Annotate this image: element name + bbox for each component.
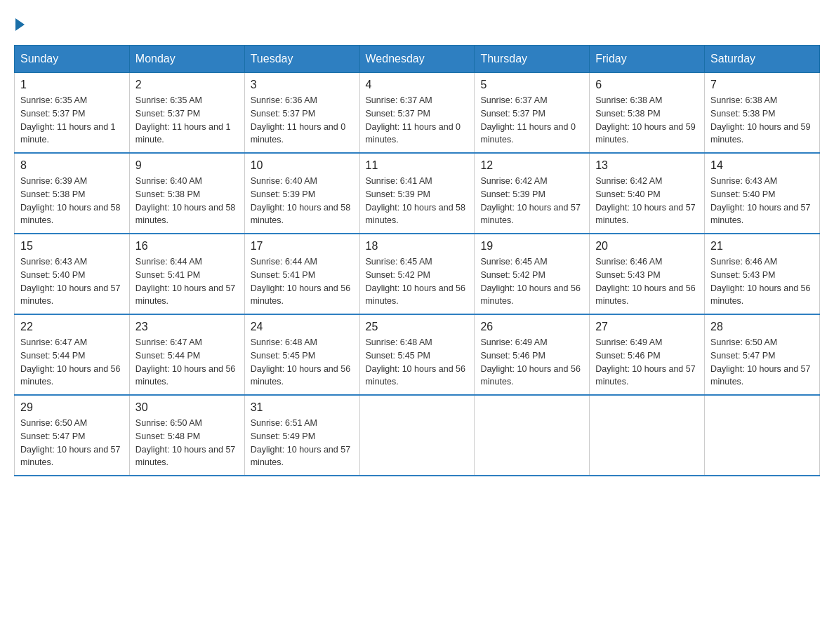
day-cell: 1Sunrise: 6:35 AMSunset: 5:37 PMDaylight… — [15, 73, 130, 154]
day-info: Sunrise: 6:39 AMSunset: 5:38 PMDaylight:… — [20, 175, 124, 227]
logo — [14, 14, 25, 31]
day-cell — [590, 395, 705, 476]
week-row-4: 22Sunrise: 6:47 AMSunset: 5:44 PMDayligh… — [15, 314, 820, 395]
day-info: Sunrise: 6:51 AMSunset: 5:49 PMDaylight:… — [251, 417, 354, 469]
day-cell: 17Sunrise: 6:44 AMSunset: 5:41 PMDayligh… — [244, 234, 359, 314]
day-number: 16 — [135, 240, 239, 253]
day-number: 28 — [710, 321, 814, 333]
day-info: Sunrise: 6:40 AMSunset: 5:38 PMDaylight:… — [135, 175, 239, 227]
week-row-3: 15Sunrise: 6:43 AMSunset: 5:40 PMDayligh… — [15, 234, 820, 314]
day-cell: 19Sunrise: 6:45 AMSunset: 5:42 PMDayligh… — [475, 234, 590, 314]
week-row-1: 1Sunrise: 6:35 AMSunset: 5:37 PMDaylight… — [15, 73, 820, 154]
day-cell: 16Sunrise: 6:44 AMSunset: 5:41 PMDayligh… — [129, 234, 244, 314]
day-info: Sunrise: 6:41 AMSunset: 5:39 PMDaylight:… — [366, 175, 469, 227]
header-cell-monday: Monday — [129, 46, 244, 73]
day-number: 5 — [480, 79, 583, 91]
day-number: 11 — [366, 159, 469, 172]
day-info: Sunrise: 6:44 AMSunset: 5:41 PMDaylight:… — [251, 255, 354, 308]
day-info: Sunrise: 6:50 AMSunset: 5:47 PMDaylight:… — [20, 417, 124, 469]
day-info: Sunrise: 6:47 AMSunset: 5:44 PMDaylight:… — [20, 336, 124, 389]
day-cell: 28Sunrise: 6:50 AMSunset: 5:47 PMDayligh… — [705, 314, 820, 395]
calendar-body: 1Sunrise: 6:35 AMSunset: 5:37 PMDaylight… — [15, 73, 820, 476]
day-cell: 6Sunrise: 6:38 AMSunset: 5:38 PMDaylight… — [590, 73, 705, 154]
day-cell: 4Sunrise: 6:37 AMSunset: 5:37 PMDaylight… — [359, 73, 475, 154]
day-info: Sunrise: 6:49 AMSunset: 5:46 PMDaylight:… — [595, 336, 699, 389]
day-info: Sunrise: 6:37 AMSunset: 5:37 PMDaylight:… — [366, 94, 469, 147]
day-number: 20 — [595, 240, 699, 253]
day-number: 14 — [710, 159, 814, 172]
header-cell-tuesday: Tuesday — [244, 46, 359, 73]
day-number: 15 — [20, 240, 124, 253]
day-info: Sunrise: 6:49 AMSunset: 5:46 PMDaylight:… — [480, 336, 583, 389]
day-number: 3 — [251, 79, 354, 91]
day-number: 7 — [710, 79, 814, 91]
day-info: Sunrise: 6:45 AMSunset: 5:42 PMDaylight:… — [480, 255, 583, 308]
day-cell: 22Sunrise: 6:47 AMSunset: 5:44 PMDayligh… — [15, 314, 130, 395]
day-cell: 18Sunrise: 6:45 AMSunset: 5:42 PMDayligh… — [359, 234, 475, 314]
day-info: Sunrise: 6:50 AMSunset: 5:47 PMDaylight:… — [710, 336, 814, 389]
day-info: Sunrise: 6:38 AMSunset: 5:38 PMDaylight:… — [595, 94, 699, 147]
day-info: Sunrise: 6:44 AMSunset: 5:41 PMDaylight:… — [135, 255, 239, 308]
day-cell: 21Sunrise: 6:46 AMSunset: 5:43 PMDayligh… — [705, 234, 820, 314]
day-cell: 26Sunrise: 6:49 AMSunset: 5:46 PMDayligh… — [475, 314, 590, 395]
day-info: Sunrise: 6:47 AMSunset: 5:44 PMDaylight:… — [135, 336, 239, 389]
day-info: Sunrise: 6:35 AMSunset: 5:37 PMDaylight:… — [20, 94, 124, 147]
day-cell: 20Sunrise: 6:46 AMSunset: 5:43 PMDayligh… — [590, 234, 705, 314]
day-info: Sunrise: 6:38 AMSunset: 5:38 PMDaylight:… — [710, 94, 814, 147]
day-info: Sunrise: 6:43 AMSunset: 5:40 PMDaylight:… — [20, 255, 124, 308]
day-cell — [359, 395, 475, 476]
day-number: 21 — [710, 240, 814, 253]
day-cell: 27Sunrise: 6:49 AMSunset: 5:46 PMDayligh… — [590, 314, 705, 395]
day-number: 31 — [251, 401, 354, 414]
day-cell: 23Sunrise: 6:47 AMSunset: 5:44 PMDayligh… — [129, 314, 244, 395]
day-cell: 31Sunrise: 6:51 AMSunset: 5:49 PMDayligh… — [244, 395, 359, 476]
header-cell-saturday: Saturday — [705, 46, 820, 73]
day-number: 24 — [251, 321, 354, 333]
day-number: 29 — [20, 401, 124, 414]
day-cell: 5Sunrise: 6:37 AMSunset: 5:37 PMDaylight… — [475, 73, 590, 154]
day-number: 13 — [595, 159, 699, 172]
day-cell: 3Sunrise: 6:36 AMSunset: 5:37 PMDaylight… — [244, 73, 359, 154]
day-cell: 7Sunrise: 6:38 AMSunset: 5:38 PMDaylight… — [705, 73, 820, 154]
day-cell: 30Sunrise: 6:50 AMSunset: 5:48 PMDayligh… — [129, 395, 244, 476]
day-info: Sunrise: 6:42 AMSunset: 5:40 PMDaylight:… — [595, 175, 699, 227]
week-row-2: 8Sunrise: 6:39 AMSunset: 5:38 PMDaylight… — [15, 153, 820, 234]
header-cell-thursday: Thursday — [475, 46, 590, 73]
day-number: 10 — [251, 159, 354, 172]
day-number: 30 — [135, 401, 239, 414]
day-cell: 8Sunrise: 6:39 AMSunset: 5:38 PMDaylight… — [15, 153, 130, 234]
day-info: Sunrise: 6:46 AMSunset: 5:43 PMDaylight:… — [595, 255, 699, 308]
day-number: 26 — [480, 321, 583, 333]
day-number: 18 — [366, 240, 469, 253]
day-cell: 15Sunrise: 6:43 AMSunset: 5:40 PMDayligh… — [15, 234, 130, 314]
week-row-5: 29Sunrise: 6:50 AMSunset: 5:47 PMDayligh… — [15, 395, 820, 476]
header-cell-sunday: Sunday — [15, 46, 130, 73]
day-number: 2 — [135, 79, 239, 91]
day-info: Sunrise: 6:42 AMSunset: 5:39 PMDaylight:… — [480, 175, 583, 227]
day-cell: 14Sunrise: 6:43 AMSunset: 5:40 PMDayligh… — [705, 153, 820, 234]
day-info: Sunrise: 6:48 AMSunset: 5:45 PMDaylight:… — [366, 336, 469, 389]
day-number: 8 — [20, 159, 124, 172]
day-cell: 13Sunrise: 6:42 AMSunset: 5:40 PMDayligh… — [590, 153, 705, 234]
day-cell: 29Sunrise: 6:50 AMSunset: 5:47 PMDayligh… — [15, 395, 130, 476]
day-number: 9 — [135, 159, 239, 172]
day-cell — [475, 395, 590, 476]
page-header — [14, 14, 820, 31]
calendar-header: SundayMondayTuesdayWednesdayThursdayFrid… — [15, 46, 820, 73]
day-cell: 11Sunrise: 6:41 AMSunset: 5:39 PMDayligh… — [359, 153, 475, 234]
day-cell: 9Sunrise: 6:40 AMSunset: 5:38 PMDaylight… — [129, 153, 244, 234]
header-cell-wednesday: Wednesday — [359, 46, 475, 73]
day-number: 27 — [595, 321, 699, 333]
day-cell: 10Sunrise: 6:40 AMSunset: 5:39 PMDayligh… — [244, 153, 359, 234]
day-info: Sunrise: 6:37 AMSunset: 5:37 PMDaylight:… — [480, 94, 583, 147]
day-info: Sunrise: 6:45 AMSunset: 5:42 PMDaylight:… — [366, 255, 469, 308]
day-number: 19 — [480, 240, 583, 253]
day-cell: 25Sunrise: 6:48 AMSunset: 5:45 PMDayligh… — [359, 314, 475, 395]
day-number: 12 — [480, 159, 583, 172]
day-number: 4 — [366, 79, 469, 91]
day-info: Sunrise: 6:40 AMSunset: 5:39 PMDaylight:… — [251, 175, 354, 227]
day-info: Sunrise: 6:50 AMSunset: 5:48 PMDaylight:… — [135, 417, 239, 469]
day-number: 6 — [595, 79, 699, 91]
day-number: 25 — [366, 321, 469, 333]
day-info: Sunrise: 6:35 AMSunset: 5:37 PMDaylight:… — [135, 94, 239, 147]
